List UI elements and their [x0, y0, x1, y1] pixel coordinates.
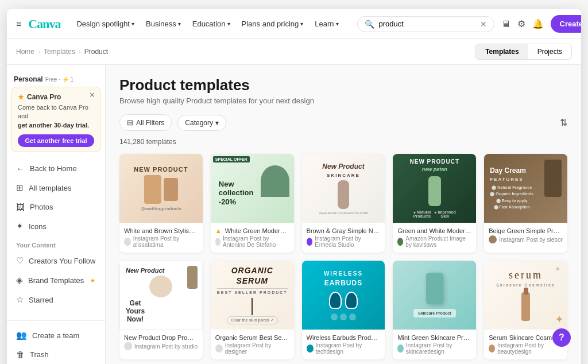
template-card[interactable]: New Product SKINCARE www.REALLYGREASITE.… [302, 154, 385, 253]
trash-icon: 🗑 [16, 350, 25, 359]
secondary-bar: Home › Templates › Product Templates Pro… [7, 39, 581, 65]
nav-education[interactable]: Education ▾ [188, 17, 235, 30]
card-title: Serum Skincare Cosmetics... [489, 334, 563, 341]
card-title: Wireless Earbuds Product... [307, 334, 381, 341]
sidebar-item-create-team[interactable]: 👥 Create a team [7, 326, 105, 345]
help-button[interactable]: ? [552, 328, 571, 347]
settings-icon[interactable]: ⚙ [517, 18, 525, 29]
breadcrumb-templates[interactable]: Templates [44, 48, 75, 56]
pro-badge: ★ [90, 277, 95, 284]
avatar [215, 238, 220, 246]
template-card[interactable]: NEW PRODUCT new petan ● NaturalProducts … [393, 154, 476, 253]
template-card[interactable]: ORGANIC SERUM BEST SELLER PRODUCT Clear … [211, 261, 294, 359]
card-info: Green and White Modern Skincare ... Amaz… [393, 223, 476, 253]
sidebar-main-nav: ← Back to Home ⊞ All templates 🖼 Photos … [7, 159, 105, 236]
hamburger-icon[interactable]: ≡ [16, 19, 21, 29]
search-input[interactable] [379, 20, 475, 28]
chevron-down-icon: ▾ [215, 119, 219, 127]
create-design-button[interactable]: Create a design [551, 15, 581, 33]
chevron-down-icon: ▾ [178, 21, 181, 27]
card-info: White and Brown Stylish Appliance... Ins… [119, 223, 203, 253]
grid-icon: ⊞ [16, 183, 24, 193]
card-thumbnail: ORGANIC SERUM BEST SELLER PRODUCT Clear … [211, 261, 294, 330]
card-title: Brown & Gray Simple New Skincare... [307, 227, 381, 234]
promo-button[interactable]: Get another free trial [18, 134, 94, 147]
card-info: Brown & Gray Simple New Skincare... Inst… [302, 223, 385, 253]
close-promo-icon[interactable]: ✕ [89, 91, 95, 99]
bell-icon[interactable]: 🔔 [532, 18, 544, 29]
nav-business[interactable]: Business ▾ [141, 17, 185, 30]
card-thumbnail: NEW PRODUCT new petan ● NaturalProducts … [393, 154, 476, 223]
card-thumbnail: New Product SKINCARE www.REALLYGREASITE.… [302, 154, 385, 223]
nav-links: Design spotlight ▾ Business ▾ Education … [72, 17, 343, 30]
template-card[interactable]: New Product GetYoursNow! New Product Dro… [119, 261, 203, 359]
star-outline-icon: ☆ [16, 295, 24, 305]
avatar [307, 238, 313, 246]
card-author: Instagram Post by siebor [489, 235, 563, 243]
avatar [397, 344, 404, 353]
nav-plans-pricing[interactable]: Plans and pricing ▾ [237, 17, 308, 30]
sidebar-item-icons[interactable]: ✦ Icons [7, 216, 105, 236]
top-nav: ≡ Canva Design spotlight ▾ Business ▾ Ed… [7, 9, 581, 39]
card-info: Beige Green Simple Product Featur... Ins… [484, 223, 567, 248]
sidebar-content-nav: ♡ Creators You Follow ◈ Brand Templates … [7, 251, 105, 309]
sidebar-plan-label: Free · ⚡ 1 [45, 76, 74, 83]
template-grid-row2: New Product GetYoursNow! New Product Dro… [119, 261, 567, 359]
back-icon: ← [16, 164, 25, 173]
template-card[interactable]: WIRELESS EARBUDS [302, 261, 385, 359]
sidebar: Personal Free · ⚡ 1 ✕ ★ Canva Pro Come b… [7, 65, 106, 364]
card-thumbnail: WIRELESS EARBUDS [302, 261, 385, 330]
main-content: Product templates Browse high quality Pr… [106, 65, 581, 364]
card-thumbnail: Skincare Product [393, 261, 476, 330]
sidebar-personal-label: Personal [14, 75, 43, 83]
template-card[interactable]: NEW PRODUCT @mattingproducts White and B… [119, 154, 203, 253]
photo-icon: 🖼 [16, 202, 25, 212]
clear-search-icon[interactable]: ✕ [480, 20, 487, 29]
card-thumbnail: SPECIAL OFFER Newcollection-20% [211, 154, 294, 223]
filters-row: ⊟ All Filters Category ▾ ⇅ [119, 114, 567, 131]
sidebar-item-back-home[interactable]: ← Back to Home [7, 159, 105, 178]
card-author: Instagram Post by beautydesign [489, 342, 563, 355]
heart-icon: ♡ [16, 255, 24, 266]
card-title: New Product Drop Promo... [124, 334, 198, 341]
card-info: Organic Serum Best Seller... Instagram P… [211, 330, 294, 359]
tab-templates[interactable]: Templates [476, 44, 528, 59]
all-filters-button[interactable]: ⊟ All Filters [119, 114, 172, 131]
sort-icon[interactable]: ⇅ [560, 117, 567, 128]
card-author: Instagram Post by designer [215, 342, 289, 355]
page-title: Product templates [119, 76, 567, 94]
avatar [124, 342, 132, 350]
card-title: Mint Green Skincare Product... [397, 334, 471, 341]
nav-learn[interactable]: Learn ▾ [310, 17, 343, 30]
card-info: Mint Green Skincare Product... Instagram… [393, 330, 476, 359]
sidebar-item-trash[interactable]: 🗑 Trash [7, 345, 105, 364]
chevron-down-icon: ▾ [131, 21, 134, 27]
template-card[interactable]: Skincare Product Mint Green Skincare Pro… [393, 261, 476, 359]
chevron-down-icon: ▾ [300, 21, 303, 27]
avatar [489, 235, 497, 243]
card-author: Instagram Post by Ermedia Studio [307, 235, 381, 248]
card-title: Organic Serum Best Seller... [215, 334, 289, 341]
sidebar-item-all-templates[interactable]: ⊞ All templates [7, 178, 105, 198]
template-card[interactable]: SPECIAL OFFER Newcollection-20% ▲ White … [211, 154, 294, 253]
sidebar-item-creators[interactable]: ♡ Creators You Follow [7, 251, 105, 270]
card-title: Green and White Modern Skincare ... [397, 227, 471, 234]
monitor-icon[interactable]: 🖥 [501, 19, 510, 29]
breadcrumb-home[interactable]: Home [16, 48, 34, 56]
tab-projects[interactable]: Projects [528, 44, 571, 59]
card-title: ▲ White Green Modern Product Mark... [215, 227, 289, 234]
nav-design-spotlight[interactable]: Design spotlight ▾ [72, 17, 139, 30]
sidebar-item-brand-templates[interactable]: ◈ Brand Templates ★ [7, 270, 105, 290]
sidebar-item-photos[interactable]: 🖼 Photos [7, 198, 105, 216]
card-author: Instagram Post by techdesign [307, 342, 381, 355]
search-bar[interactable]: 🔍 ✕ [357, 16, 494, 32]
sidebar-item-starred[interactable]: ☆ Starred [7, 290, 105, 309]
category-button[interactable]: Category ▾ [177, 115, 226, 131]
sidebar-bottom: 👥 Create a team 🗑 Trash [7, 320, 105, 364]
template-card[interactable]: Day Cream FEATURES ⬤ Natural Fragrance ⬤… [484, 154, 567, 253]
avatar [397, 238, 403, 246]
template-card[interactable]: serum Skincare Cosmetics ✦ ✦ Serum Skinc… [484, 261, 567, 359]
filter-icon: ⊟ [127, 118, 133, 127]
breadcrumb-sep-1: › [38, 48, 40, 56]
card-author: Amazon Product Image by kavitiaws [397, 235, 471, 248]
